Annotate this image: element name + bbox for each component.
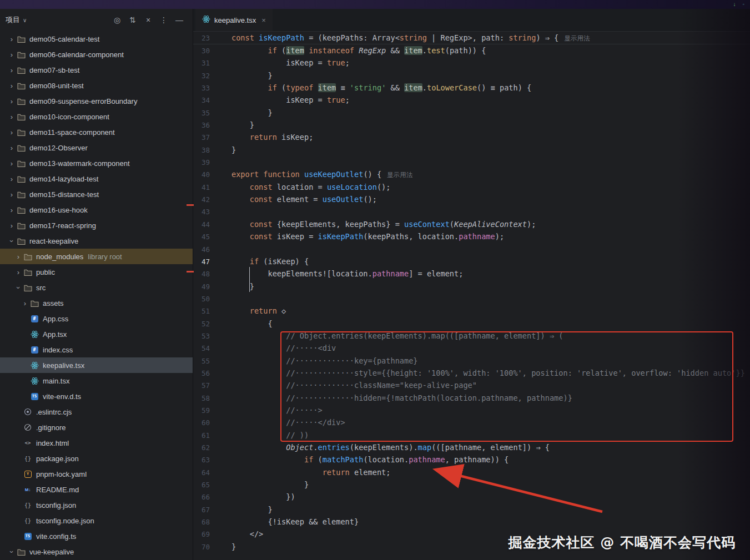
line-number[interactable]: 69 (193, 528, 210, 541)
line-number[interactable]: 23 (193, 32, 210, 44)
line-number[interactable]: 65 (193, 479, 210, 491)
line-number[interactable]: 51 (193, 305, 210, 317)
line-number[interactable]: 35 (193, 107, 210, 119)
chevron-collapsed-icon[interactable]: › (7, 206, 17, 214)
code-line-30[interactable]: 30 if (item instanceof RegExp && item.te… (193, 44, 750, 57)
tree-row-public[interactable]: ›public (0, 264, 193, 280)
code-line-37[interactable]: 37 return isKeep; (193, 131, 750, 143)
chevron-collapsed-icon[interactable]: › (7, 82, 17, 90)
tree-row-readme-md[interactable]: M↓README.md (0, 482, 193, 497)
line-number[interactable]: 68 (193, 516, 210, 528)
code-line-42[interactable]: 42 const element = useOutlet(); (193, 193, 750, 205)
chevron-collapsed-icon[interactable]: › (20, 299, 30, 307)
tree-row-src[interactable]: ›src (0, 280, 193, 295)
tree-row-vite-env-d-ts[interactable]: TSvite-env.d.ts (0, 389, 193, 404)
chevron-collapsed-icon[interactable]: › (7, 128, 17, 137)
tree-row-demo12-observer[interactable]: ›demo12-Observer (0, 140, 193, 155)
chevron-collapsed-icon[interactable]: › (7, 144, 17, 152)
tree-row-node-modules[interactable]: ›node_moduleslibrary root (0, 249, 193, 264)
code-line-48[interactable]: 48 keepElements![location.pathname] = el… (193, 268, 750, 280)
chevron-collapsed-icon[interactable]: › (7, 221, 17, 230)
code-line-39[interactable]: 39 (193, 156, 750, 168)
code-line-51[interactable]: 51 return ◇ (193, 305, 750, 317)
line-number[interactable]: 67 (193, 504, 210, 516)
chevron-collapsed-icon[interactable]: › (13, 253, 23, 261)
line-number[interactable]: 38 (193, 144, 210, 157)
line-number[interactable]: 39 (193, 157, 210, 169)
code-line-52[interactable]: 52 { (193, 317, 750, 330)
code-line-45[interactable]: 45 const isKeep = isKeepPath(keepPaths, … (193, 230, 750, 243)
line-number[interactable]: 61 (193, 430, 210, 442)
code-line-56[interactable]: 56 //·············style={{height: '100%'… (193, 367, 750, 379)
code-line-68[interactable]: 68 {!isKeep && element} (193, 516, 750, 528)
line-number[interactable]: 44 (193, 219, 210, 231)
chevron-expanded-icon[interactable]: › (8, 547, 16, 557)
code-line-49[interactable]: 49 } (193, 280, 750, 292)
code-line-66[interactable]: 66 }) (193, 491, 750, 503)
line-number[interactable]: 58 (193, 392, 210, 405)
code-line-33[interactable]: 33 if (typeof item ≡ 'string' && item.to… (193, 82, 750, 94)
tree-row-app-css[interactable]: #App.css (0, 311, 193, 326)
line-number[interactable]: 62 (193, 442, 210, 454)
code-line-47[interactable]: 47 if (isKeep) { (193, 255, 750, 268)
line-number[interactable]: 52 (193, 318, 210, 330)
line-number[interactable]: 64 (193, 467, 210, 479)
tree-row-vite-config-ts[interactable]: TSvite.config.ts (0, 528, 193, 544)
update-arrow-icon[interactable]: ↓ (733, 1, 736, 8)
chevron-collapsed-icon[interactable]: › (7, 66, 17, 74)
chevron-collapsed-icon[interactable]: › (7, 35, 17, 43)
line-number[interactable]: 37 (193, 132, 210, 144)
hide-panel-icon[interactable]: — (172, 13, 187, 27)
code-line-62[interactable]: 62 Object.entries(keepElements).map(([pa… (193, 441, 750, 453)
line-number[interactable]: 59 (193, 405, 210, 417)
code-line-31[interactable]: 31 isKeep = true; (193, 57, 750, 69)
tree-row-index-css[interactable]: #index.css (0, 342, 193, 357)
code-line-40[interactable]: 40export function useKeepOutlet() { 显示用法 (193, 168, 750, 180)
code-line-55[interactable]: 55 //·············key={pathname} (193, 355, 750, 367)
tree-row-index-html[interactable]: <>index.html (0, 435, 193, 451)
tree-row-demo17-react-spring[interactable]: ›demo17-react-spring (0, 218, 193, 233)
line-number[interactable]: 32 (193, 70, 210, 82)
chevron-collapsed-icon[interactable]: › (7, 113, 17, 121)
code-line-58[interactable]: 58 //·············hidden={!matchPath(loc… (193, 392, 750, 404)
expand-all-icon[interactable]: ⇅ (125, 13, 140, 27)
tab-keepalive-tsx[interactable]: keepalive.tsx × (195, 9, 273, 31)
code-line-38[interactable]: 38} (193, 144, 750, 156)
code-line-63[interactable]: 63 if (matchPath(location.pathname, path… (193, 453, 750, 466)
tree-row-vue-keepalive[interactable]: ›vue-keepalive (0, 544, 193, 559)
line-number[interactable]: 55 (193, 355, 210, 367)
code-line-44[interactable]: 44 const {keepElements, keepPaths} = use… (193, 218, 750, 230)
chevron-collapsed-icon[interactable]: › (7, 159, 17, 168)
line-number[interactable]: 43 (193, 206, 210, 218)
tree-row-tsconfig-json[interactable]: {}tsconfig.json (0, 497, 193, 513)
code-line-36[interactable]: 36 } (193, 119, 750, 131)
code-line-34[interactable]: 34 isKeep = true; (193, 94, 750, 106)
chevron-collapsed-icon[interactable]: › (7, 190, 17, 199)
code-line-50[interactable]: 50 (193, 292, 750, 305)
tree-row--eslintrc-cjs[interactable]: .eslintrc.cjs (0, 404, 193, 420)
chevron-collapsed-icon[interactable]: › (7, 97, 17, 105)
locate-icon[interactable]: ◎ (109, 13, 125, 27)
code-line-60[interactable]: 60 //·····</div> (193, 416, 750, 428)
chevron-expanded-icon[interactable]: › (14, 282, 23, 292)
collapse-all-icon[interactable]: × (140, 13, 156, 27)
chevron-expanded-icon[interactable]: › (8, 236, 16, 246)
line-number[interactable]: 34 (193, 94, 210, 107)
code-line-57[interactable]: 57 //·············className="keep-alive-… (193, 379, 750, 391)
line-number[interactable]: 30 (193, 45, 210, 57)
code-line-35[interactable]: 35 } (193, 107, 750, 119)
line-number[interactable]: 41 (193, 181, 210, 194)
more-options-icon[interactable]: ⋮ (156, 13, 172, 27)
line-number[interactable]: 45 (193, 231, 210, 243)
code-line-61[interactable]: 61 // )) (193, 429, 750, 441)
tree-row-package-json[interactable]: {}package.json (0, 451, 193, 466)
tree-row-demo16-use-hook[interactable]: ›demo16-use-hook (0, 202, 193, 218)
line-number[interactable]: 47 (193, 256, 210, 268)
tree-row-react-keepalive[interactable]: ›react-keepalive (0, 233, 193, 249)
line-number[interactable]: 57 (193, 380, 210, 392)
line-number[interactable]: 70 (193, 541, 210, 553)
line-number[interactable]: 53 (193, 330, 210, 342)
tree-row-demo15-distance-test[interactable]: ›demo15-distance-test (0, 186, 193, 202)
tree-row-demo11-space-component[interactable]: ›demo11-space-component (0, 124, 193, 140)
line-number[interactable]: 63 (193, 454, 210, 466)
